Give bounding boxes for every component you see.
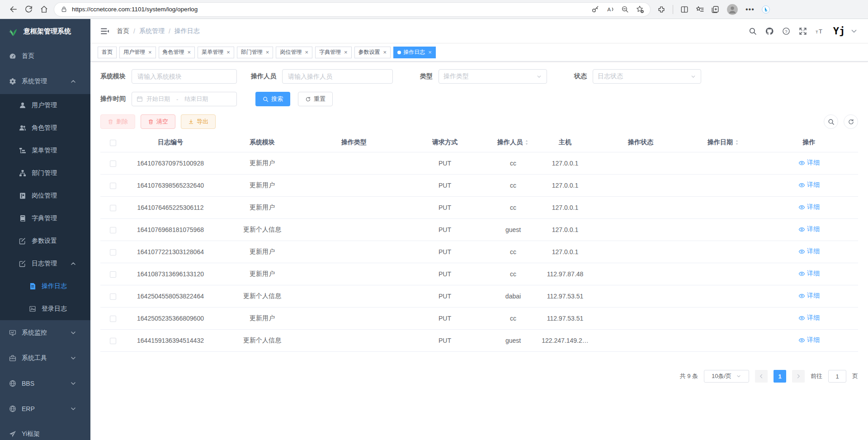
browser-home-button[interactable] <box>36 2 52 17</box>
detail-link[interactable]: 详细 <box>798 270 820 278</box>
profile-avatar[interactable] <box>726 4 738 15</box>
tab-menu-mgmt[interactable]: 菜单管理× <box>198 47 234 58</box>
split-screen-icon[interactable] <box>680 5 689 14</box>
tab-dict-mgmt[interactable]: 字典管理× <box>315 47 352 58</box>
sidebar-item-oper-log[interactable]: 操作日志 <box>0 275 90 298</box>
sidebar-item-home[interactable]: 首页 <box>0 43 90 69</box>
toggle-search-button[interactable] <box>824 114 838 129</box>
browser-back-button[interactable] <box>5 2 21 17</box>
favorite-star-add-icon[interactable] <box>636 5 644 13</box>
module-input[interactable] <box>132 69 237 84</box>
clear-button[interactable]: 清空 <box>141 114 175 129</box>
close-icon[interactable]: × <box>305 49 308 55</box>
sort-icon[interactable] <box>735 139 739 146</box>
column-header-date[interactable]: 操作日期 <box>687 138 760 147</box>
close-icon[interactable]: × <box>148 49 152 55</box>
prev-page-button[interactable] <box>755 370 768 383</box>
sidebar-item-user-mgmt[interactable]: 用户管理 <box>0 94 90 117</box>
bing-chat-icon[interactable] <box>762 5 770 14</box>
favorites-bar-icon[interactable] <box>696 5 704 14</box>
row-checkbox[interactable] <box>110 227 116 233</box>
sidebar-item-menu-mgmt[interactable]: 菜单管理 <box>0 139 90 162</box>
sidebar-item-post-mgmt[interactable]: 岗位管理 <box>0 185 90 207</box>
read-aloud-icon[interactable]: A <box>606 5 614 13</box>
row-checkbox[interactable] <box>110 249 116 255</box>
sort-icon[interactable] <box>524 139 529 146</box>
sidebar-item-param-settings[interactable]: 参数设置 <box>0 230 90 252</box>
sidebar-item-sys-tools[interactable]: 系统工具 <box>0 345 90 371</box>
tab-param-settings[interactable]: 参数设置× <box>354 47 391 58</box>
delete-button[interactable]: 删除 <box>100 114 135 129</box>
help-icon[interactable]: ? <box>782 27 790 35</box>
export-button[interactable]: 导出 <box>181 114 216 129</box>
tab-post-mgmt[interactable]: 岗位管理× <box>276 47 312 58</box>
row-checkbox[interactable] <box>110 205 116 211</box>
header-search-icon[interactable] <box>749 27 757 35</box>
row-checkbox[interactable] <box>110 316 116 322</box>
row-checkbox[interactable] <box>110 338 116 344</box>
row-checkbox[interactable] <box>110 161 116 167</box>
row-checkbox[interactable] <box>110 293 116 300</box>
app-logo[interactable]: 意框架管理系统 <box>0 19 90 43</box>
sidebar-item-dict-mgmt[interactable]: 字典管理 <box>0 207 90 230</box>
user-avatar-logo[interactable]: Yj <box>832 24 846 38</box>
detail-link[interactable]: 详细 <box>798 336 820 344</box>
reset-button[interactable]: 重置 <box>298 92 333 106</box>
close-icon[interactable]: × <box>188 49 191 55</box>
detail-link[interactable]: 详细 <box>798 247 820 255</box>
row-checkbox[interactable] <box>110 183 116 189</box>
close-icon[interactable]: × <box>344 49 348 55</box>
operator-input[interactable] <box>282 69 393 84</box>
date-range-picker[interactable]: 开始日期 - 结束日期 <box>132 92 237 106</box>
detail-link[interactable]: 详细 <box>798 225 820 233</box>
sidebar-item-bbs[interactable]: BBS <box>0 371 90 396</box>
avatar-caret-down-icon[interactable] <box>850 27 858 35</box>
zoom-out-icon[interactable] <box>621 5 629 13</box>
collapse-sidebar-icon[interactable] <box>100 27 109 36</box>
detail-link[interactable]: 详细 <box>798 292 820 300</box>
extensions-icon[interactable] <box>657 5 665 14</box>
password-key-icon[interactable] <box>591 5 599 13</box>
sidebar-item-log-mgmt[interactable]: 日志管理 <box>0 252 90 275</box>
next-page-button[interactable] <box>792 370 805 383</box>
goto-page-input[interactable] <box>828 370 846 383</box>
tab-home[interactable]: 首页 <box>98 47 117 58</box>
detail-link[interactable]: 详细 <box>798 159 820 167</box>
sidebar-item-role-mgmt[interactable]: 角色管理 <box>0 117 90 139</box>
refresh-table-button[interactable] <box>844 114 858 129</box>
more-menu-icon[interactable]: ••• <box>745 5 755 14</box>
close-icon[interactable]: × <box>266 49 269 55</box>
sidebar-item-dept-mgmt[interactable]: 部门管理 <box>0 162 90 185</box>
type-select[interactable]: 操作类型 <box>439 69 547 84</box>
sidebar-item-yi-framework[interactable]: Yi框架 <box>0 421 90 440</box>
breadcrumb-system[interactable]: 系统管理 <box>139 27 165 35</box>
fullscreen-icon[interactable] <box>799 27 807 35</box>
sidebar-item-erp[interactable]: ERP <box>0 396 90 421</box>
sidebar-item-system-mgmt[interactable]: 系统管理 <box>0 69 90 94</box>
tab-role-mgmt[interactable]: 角色管理× <box>159 47 195 58</box>
select-all-checkbox[interactable] <box>110 140 116 146</box>
close-icon[interactable]: × <box>383 49 387 55</box>
address-bar[interactable]: https://ccnetcore.com:1101/system/log/op… <box>54 3 650 16</box>
text-size-icon[interactable]: TT <box>816 27 824 35</box>
detail-link[interactable]: 详细 <box>798 203 820 211</box>
detail-link[interactable]: 详细 <box>798 181 820 189</box>
status-select[interactable]: 日志状态 <box>593 69 701 84</box>
tab-dept-mgmt[interactable]: 部门管理× <box>237 47 274 58</box>
github-icon[interactable] <box>765 27 774 35</box>
sidebar-item-login-log[interactable]: 登录日志 <box>0 298 90 320</box>
close-icon[interactable]: × <box>226 49 230 55</box>
tab-oper-log[interactable]: 操作日志× <box>393 47 436 58</box>
breadcrumb-home[interactable]: 首页 <box>117 27 129 35</box>
column-header-operator[interactable]: 操作人员 <box>491 138 536 147</box>
sidebar-item-sys-monitor[interactable]: 系统监控 <box>0 320 90 345</box>
detail-link[interactable]: 详细 <box>798 314 820 322</box>
browser-refresh-button[interactable] <box>21 2 36 17</box>
collections-icon[interactable] <box>711 5 719 14</box>
page-number-1[interactable]: 1 <box>774 370 786 383</box>
close-icon[interactable]: × <box>428 49 432 55</box>
tab-user-mgmt[interactable]: 用户管理× <box>119 47 156 58</box>
search-button[interactable]: 搜索 <box>255 92 290 106</box>
page-size-select[interactable]: 10条/页 <box>704 370 749 383</box>
row-checkbox[interactable] <box>110 271 116 278</box>
